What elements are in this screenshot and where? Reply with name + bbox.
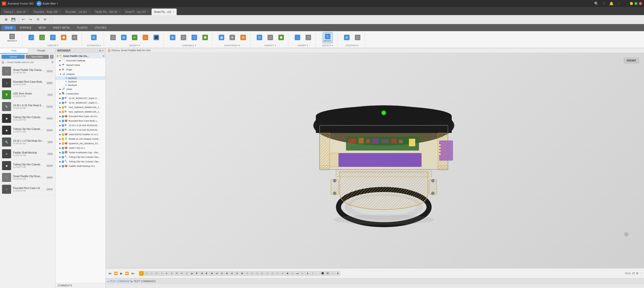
design-mode-btn[interactable]: ⬡ DESIGN ▾ [7,32,17,43]
timeline-icon-31[interactable]: ▬ [295,271,300,276]
assemble-4-btn[interactable]: ⬢ [200,32,210,43]
construct-2-btn[interactable]: ⊕ [227,32,237,43]
construct-1-btn[interactable]: ▦ [216,32,226,43]
timeline-icon-16[interactable]: ▥ [220,271,224,276]
tree-item-part9[interactable]: ▶ v 📦 S400 ESP32 Feather V2 v1:1 [55,132,105,137]
window-close-btn[interactable] [639,2,642,5]
timeline-more-btn[interactable]: ⋯ [639,272,642,275]
list-item[interactable]: 📎 Smart Paddle Clip Rounded Rect Assy 11… [0,172,55,183]
timeline-icon-26[interactable]: ◵ [270,271,275,276]
timeline-icon-1[interactable]: ◯ [144,271,149,276]
timeline-icon-17[interactable]: ▦ [225,271,229,276]
timeline-rewind-btn[interactable]: ⏮ [108,271,112,276]
tree-item-part12[interactable]: ▶ v 📦 A60N-T:3Q v2:1 [55,146,105,150]
timeline-icon-9[interactable]: ◫ [184,271,189,276]
tree-item-part16[interactable]: ▶ v 📦 Paddle Shaft Mockup v5:1 [55,164,105,168]
upload-btn[interactable]: Upload [2,55,25,59]
tree-item-part10[interactable]: ▶ v 🔋 EEMB 1S LiPo Battery 10345... [55,137,105,141]
new-folder-btn[interactable]: New Folder [26,55,49,59]
timeline-icon-23[interactable]: ◲ [255,271,259,276]
timeline-icon-19[interactable]: ▨ [235,271,239,276]
tab-0[interactable]: Tubing C... ntom v5 × [1,9,31,15]
tab-close-2[interactable]: × [88,11,90,13]
tree-item-part8[interactable]: ▶ v ⚙ 10-32 x 3-16 inch 91253A26... [55,128,105,132]
tree-item-named-views[interactable]: ▶ 👁 Named Views [55,63,105,67]
timeline-icon-20[interactable]: ▩ [240,271,244,276]
tab-close-1[interactable]: × [59,11,60,13]
tree-item-part14[interactable]: ▶ v 🔧 Tubing Clip Hex Cutouts Clan... [55,155,105,159]
timeline-next-btn[interactable]: ⏩ [124,271,130,276]
tree-item-part15[interactable]: ▶ v 🔧 Tubing Clip Hex Cutouts Clan... [55,159,105,164]
sidebar-tab-people[interactable]: People [28,48,55,54]
sidebar-settings-btn[interactable]: ⚙ [51,61,54,64]
save-btn[interactable]: 💾 [10,16,17,23]
modify-1-btn[interactable]: ⬡ [108,32,118,43]
list-item[interactable]: 🔩 10-32 x 5-15 Flat Head Screw 91253A9..… [0,101,55,113]
tree-item-section2[interactable]: 👁 Section2 [55,76,105,80]
modify-5-btn[interactable]: ⬛ [151,32,161,43]
tab-close-3[interactable]: × [119,11,120,13]
create-cylinder-btn[interactable]: ◯ [37,32,47,43]
timeline-icon-35[interactable]: ⬜ [315,271,320,276]
viewport[interactable]: 🏠 Home ▸ Smart Paddle Add-On Unit [106,48,644,288]
notifications-icon-btn[interactable]: 🔔 [608,1,614,7]
sidebar-tab-data[interactable]: Data [0,48,28,54]
insert-1-btn[interactable]: ↓ [292,32,302,43]
item-badge[interactable]: V10 ▾ [46,129,53,132]
list-item[interactable]: 🔩 10-32 x 1.4 Flat Head Screw 91253A00..… [0,136,55,148]
item-badge[interactable]: V21 ▾ [46,188,53,191]
timeline-icon-15[interactable]: ▤ [215,271,219,276]
tree-item-section4[interactable]: 👁 Section4 [55,80,105,83]
list-item[interactable]: 📎 Smart Paddle Clip Clamp Halves 12:46:3… [0,65,55,77]
tree-item-doc-settings[interactable]: ▶ 📄 Document Settings [55,58,105,63]
ws-tab-sheet-metal[interactable]: SHEET METAL [49,25,74,30]
grid-view-btn[interactable]: ⊞ [3,16,10,23]
list-item[interactable]: ◉ Tubing Clip Hex Cutouts Clamp Top 12:0… [0,113,55,124]
help-icon-btn[interactable]: ? [616,1,622,7]
timeline-prev-btn[interactable]: ⏪ [113,271,119,276]
timeline-icon-12[interactable]: ◨ [200,271,204,276]
tree-item-part3[interactable]: ▶ v ⚙ No4_OptiSech_96068A105_J... [55,105,105,110]
timeline-icon-38[interactable]: ⬭ [330,271,335,276]
undo-arrow-btn[interactable]: ⟲ [34,16,41,23]
tab-close-5[interactable]: × [173,11,174,13]
list-item[interactable]: ⊙ Paddle Shaft Mockup 11:53:23 AM V5 ▾ [0,148,55,160]
timeline-fastforward-btn[interactable]: ⏭ [131,271,135,276]
timeline-icon-5[interactable]: ◈ [164,271,169,276]
tab-4[interactable]: Smart P... say v25 × [123,9,151,15]
ws-tab-plastic[interactable]: PLASTIC [74,25,91,30]
list-item[interactable]: ◉ Tubing Clip Hex Cutouts 11:53:27 AM V1… [0,160,55,172]
item-badge[interactable]: V1 ▾ [47,93,53,96]
timeline-icon-34[interactable]: ▯ [310,271,315,276]
assemble-1-btn[interactable]: ⊕ [168,32,178,43]
redo-arrow-btn[interactable]: ⟳ [42,16,49,23]
tree-item-construction[interactable]: ▶ 🏗 Construction [55,91,105,96]
timeline-icon-14[interactable]: ▣ [210,271,214,276]
timeline-icon-3[interactable]: ⊡ [154,271,159,276]
item-badge[interactable]: V5 ▾ [47,141,53,143]
timeline-icon-2[interactable]: ◻ [149,271,154,276]
breadcrumb-home[interactable]: 🏠 [2,61,4,64]
settings-icon-btn[interactable]: ⚙ [601,1,607,7]
tree-item-analysis[interactable]: ▼ 📊 Analysis [55,72,105,76]
create-more-btn[interactable]: ✂ [69,32,80,43]
modify-4-btn[interactable]: ⌂ [140,32,150,43]
inspect-1-btn[interactable]: ⊡ [254,32,264,43]
timeline-icon-24[interactable]: ◳ [260,271,264,276]
automate-btn[interactable]: ⚙ [89,32,99,43]
browser-close-btn[interactable]: × [102,49,103,52]
item-badge[interactable]: V17 ▾ [46,105,53,108]
timeline-icon-8[interactable]: ⊟ [179,271,184,276]
timeline-icon-13[interactable]: ◧ [205,271,209,276]
tree-item-part5[interactable]: ▶ v 📦 Rounded Rect Case Lid v2:1 [55,114,105,119]
browser-settings-btn[interactable]: ⚙ [99,49,101,52]
timeline-icon-18[interactable]: ▧ [230,271,234,276]
list-item[interactable]: □ Rounded Rect Case Lid 11:09:15 AM V21 … [0,183,55,195]
zoom-magnifier-icon[interactable]: ⊕ [624,231,629,238]
timeline-icon-27[interactable]: ◶ [275,271,280,276]
tree-item-origin[interactable]: ▶ ⊕ Origin [55,67,105,72]
tab-close-0[interactable]: × [27,11,28,13]
timeline-icon-36[interactable]: ⬛ [320,271,325,276]
item-badge[interactable]: V28 ▾ [46,82,53,84]
tree-item-part4[interactable]: ▶ v ⚙ No4_OptiSech_96068A105_J... [55,110,105,114]
